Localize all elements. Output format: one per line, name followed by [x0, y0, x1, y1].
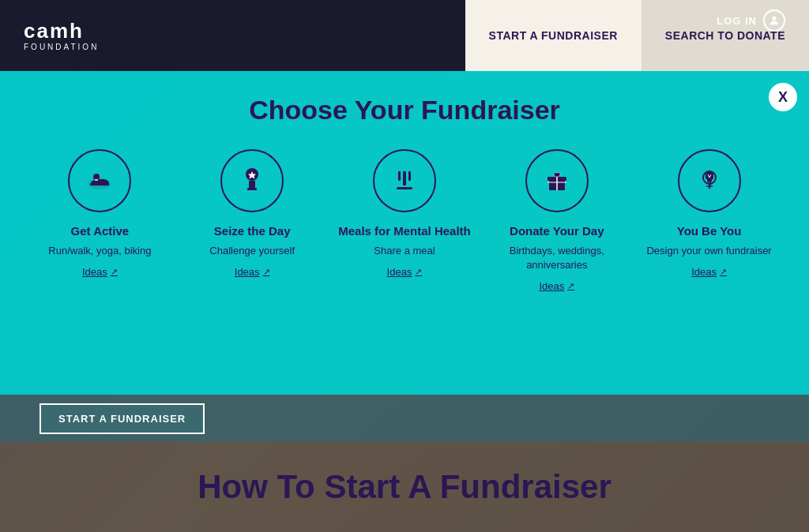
how-to-section: How To Start A Fundraiser — [0, 442, 809, 532]
modal-title: Choose Your Fundraiser — [249, 95, 560, 126]
start-fundraiser-nav-button[interactable]: START A FUNDRAISER — [465, 0, 642, 71]
fundraiser-options: Get Active Run/walk, yoga, biking Ideas … — [32, 149, 777, 292]
donate-your-day-ideas-link[interactable]: Ideas — [539, 280, 574, 292]
logo-sub: FOUNDATION — [24, 43, 99, 51]
login-area[interactable]: LOG IN — [717, 9, 785, 32]
logo-main: camh — [24, 20, 99, 43]
svg-rect-22 — [707, 182, 711, 183]
seize-the-day-title: Seize the Day — [214, 223, 291, 239]
svg-point-2 — [93, 174, 100, 180]
login-label[interactable]: LOG IN — [717, 15, 757, 27]
you-be-you-title: You Be You — [677, 223, 742, 239]
modal-overlay: X Choose Your Fundraiser Get Active Run/… — [0, 71, 809, 395]
svg-rect-6 — [247, 188, 257, 190]
donate-your-day-icon — [525, 149, 589, 212]
svg-rect-10 — [397, 187, 412, 189]
get-active-desc: Run/walk, yoga, biking — [48, 244, 151, 258]
start-fundraiser-button[interactable]: START A FUNDRAISER — [40, 403, 205, 434]
you-be-you-ideas-link[interactable]: Ideas — [691, 266, 727, 278]
you-be-you-icon — [678, 149, 741, 212]
svg-point-0 — [772, 17, 776, 21]
seize-the-day-ideas-link[interactable]: Ideas — [235, 266, 270, 278]
card-donate-your-day[interactable]: Donate Your Day Birthdays, weddings, ann… — [488, 149, 625, 292]
card-get-active[interactable]: Get Active Run/walk, yoga, biking Ideas — [32, 149, 168, 292]
get-active-ideas-link[interactable]: Ideas — [82, 266, 118, 278]
donate-your-day-title: Donate Your Day — [510, 223, 604, 239]
svg-rect-7 — [403, 171, 406, 185]
seize-the-day-desc: Challenge yourself — [209, 244, 295, 258]
close-button[interactable]: X — [769, 83, 797, 111]
seize-the-day-icon — [220, 149, 284, 212]
get-active-title: Get Active — [71, 223, 130, 239]
meals-title: Meals for Mental Health — [338, 223, 471, 239]
card-meals-mental-health[interactable]: Meals for Mental Health Share a meal Ide… — [337, 149, 473, 292]
how-to-title: How To Start A Fundraiser — [198, 468, 611, 506]
card-you-be-you[interactable]: You Be You Design your own fundraiser Id… — [641, 149, 777, 292]
logo: camh FOUNDATION — [24, 20, 99, 51]
card-seize-the-day[interactable]: Seize the Day Challenge yourself Ideas — [184, 149, 321, 292]
meals-desc: Share a meal — [374, 244, 435, 258]
meals-ideas-link[interactable]: Ideas — [387, 266, 423, 278]
svg-rect-5 — [249, 181, 255, 189]
user-icon[interactable] — [763, 9, 785, 32]
bottom-section: START A FUNDRAISER How To Start A Fundra… — [0, 395, 809, 532]
svg-rect-21 — [707, 180, 712, 182]
you-be-you-desc: Design your own fundraiser — [646, 244, 771, 258]
donate-your-day-desc: Birthdays, weddings, anniversaries — [488, 244, 625, 272]
meals-icon — [373, 149, 436, 212]
start-fundraiser-bar: START A FUNDRAISER — [0, 395, 809, 442]
header: camh FOUNDATION LOG IN START A FUNDRAISE… — [0, 0, 809, 71]
get-active-icon — [68, 149, 131, 212]
